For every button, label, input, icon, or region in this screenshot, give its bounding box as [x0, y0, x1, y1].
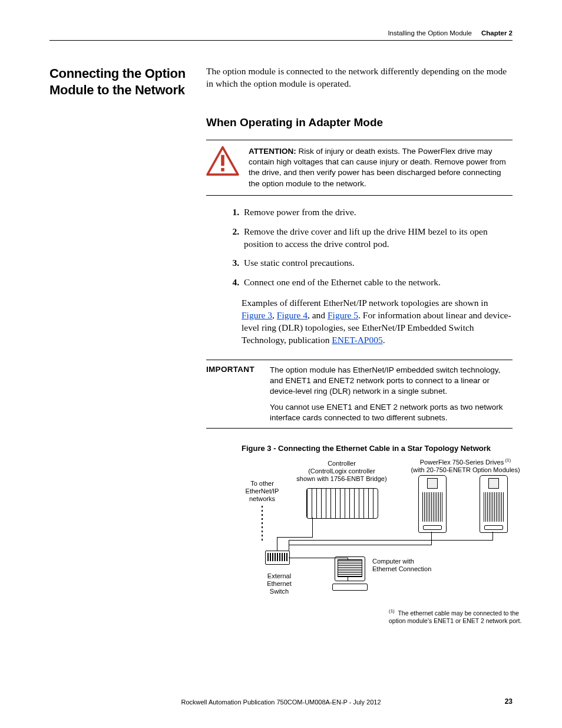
page-number: 23	[505, 697, 513, 706]
important-text: The option module has EtherNet/IP embedd…	[270, 365, 513, 423]
header-section: Installing the Option Module	[388, 29, 472, 37]
steps-list: Remove power from the drive. Remove the …	[206, 206, 513, 289]
running-header: Installing the Option Module Chapter 2	[49, 29, 513, 37]
intro-paragraph: The option module is connected to the ne…	[206, 65, 513, 90]
figure-footnote: (1) The ethernet cable may be connected …	[389, 608, 524, 625]
header-rule	[49, 40, 513, 41]
svg-rect-2	[221, 168, 224, 172]
figure-3-diagram: PowerFlex 750-Series Drives (1) (with 20…	[242, 457, 513, 628]
attention-box: ATTENTION: Risk of injury or death exist…	[206, 140, 513, 196]
footer-publication: Rockwell Automation Publication 750COM-U…	[181, 699, 381, 706]
important-box: IMPORTANT The option module has EtherNet…	[206, 360, 513, 429]
warning-icon	[206, 146, 240, 178]
header-chapter: Chapter 2	[481, 29, 513, 37]
important-p2: You cannot use ENET1 and ENET 2 network …	[270, 402, 513, 423]
important-p1: The option module has EtherNet/IP embedd…	[270, 365, 513, 397]
computer-monitor	[335, 556, 365, 581]
drive-device-1	[418, 475, 447, 533]
step-4: Connect one end of the Ethernet cable to…	[242, 276, 513, 289]
dotted-line	[262, 506, 263, 541]
step-1: Remove power from the drive.	[242, 206, 513, 219]
link-figure-4[interactable]: Figure 4	[277, 310, 308, 320]
label-computer: Computer with Ethernet Connection	[372, 558, 449, 573]
step-3: Use static control precautions.	[242, 257, 513, 269]
link-figure-3[interactable]: Figure 3	[242, 310, 272, 320]
drive-device-2	[480, 475, 508, 533]
step-2: Remove the drive cover and lift up the d…	[242, 226, 513, 251]
link-figure-5[interactable]: Figure 5	[328, 310, 358, 320]
attention-text: ATTENTION: Risk of injury or death exist…	[249, 146, 513, 189]
attention-lead: ATTENTION:	[249, 147, 296, 156]
label-drives: PowerFlex 750-Series Drives (1) (with 20…	[406, 457, 524, 474]
examples-paragraph: Examples of different EtherNet/IP networ…	[242, 297, 513, 347]
computer-keyboard	[332, 584, 368, 591]
important-label: IMPORTANT	[206, 365, 262, 423]
label-controller: Controller (ControlLogix controller show…	[295, 460, 389, 483]
figure-caption: Figure 3 - Connecting the Ethernet Cable…	[242, 444, 513, 453]
page-footer: Rockwell Automation Publication 750COM-U…	[49, 699, 513, 706]
svg-rect-1	[221, 155, 224, 166]
section-heading: Connecting the Option Module to the Netw…	[49, 65, 191, 628]
subheading: When Operating in Adapter Mode	[206, 116, 513, 129]
controller-device	[306, 488, 378, 519]
label-to-other-networks: To other EtherNet/IP networks	[242, 480, 283, 503]
label-switch: External Ethernet Switch	[263, 572, 296, 596]
link-enet-ap005[interactable]: ENET-AP005	[332, 335, 382, 345]
ethernet-switch-device	[265, 551, 290, 565]
